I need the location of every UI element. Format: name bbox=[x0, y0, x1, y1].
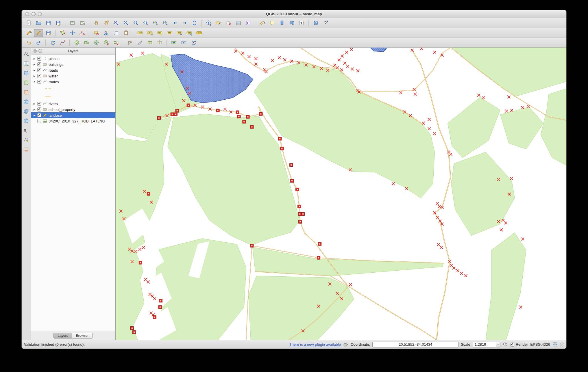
render-checkbox[interactable] bbox=[510, 343, 514, 347]
offset-curve-button[interactable] bbox=[135, 39, 145, 47]
reshape-features-button[interactable] bbox=[125, 39, 135, 47]
identify-features-button[interactable] bbox=[204, 19, 213, 27]
label-settings-button[interactable]: abc bbox=[135, 29, 145, 37]
whats-this-button[interactable] bbox=[321, 19, 330, 27]
text-annotation-button[interactable]: ▾ bbox=[297, 19, 306, 27]
rotate-point-symbols-button[interactable] bbox=[189, 39, 198, 47]
add-part-button[interactable] bbox=[82, 39, 91, 47]
add-spatialite-layer-button[interactable] bbox=[23, 79, 30, 86]
expand-arrow-icon[interactable]: ▶ bbox=[33, 75, 36, 77]
layer-item-buildings[interactable]: ▶buildings bbox=[31, 62, 115, 67]
layer-visibility-checkbox[interactable] bbox=[37, 68, 41, 72]
add-raster-layer-button[interactable] bbox=[23, 60, 30, 67]
label-pin-button[interactable]: abc bbox=[155, 29, 164, 37]
map-canvas[interactable] bbox=[116, 48, 566, 340]
label-rotate-button[interactable]: abc bbox=[184, 29, 194, 37]
dropdown-arrow-icon[interactable]: ▾ bbox=[220, 22, 221, 24]
zoom-last-button[interactable] bbox=[170, 19, 180, 27]
add-wcs-layer-button[interactable] bbox=[23, 108, 30, 115]
label-properties-button[interactable]: abc bbox=[194, 29, 204, 37]
add-ring-button[interactable] bbox=[72, 39, 81, 47]
add-mssql-layer-button[interactable] bbox=[23, 89, 30, 96]
new-project-button[interactable] bbox=[24, 19, 33, 27]
add-delimited-text-layer-button[interactable]: 9, bbox=[23, 127, 30, 134]
layer-label[interactable]: water bbox=[49, 74, 58, 78]
layer-visibility-checkbox[interactable] bbox=[37, 62, 41, 66]
pan-map-button[interactable] bbox=[92, 19, 101, 27]
plugin-icon[interactable] bbox=[343, 342, 348, 347]
layer-visibility-checkbox[interactable] bbox=[37, 102, 41, 106]
move-feature-button[interactable] bbox=[68, 29, 77, 37]
save-project-button[interactable] bbox=[44, 19, 53, 27]
scale-combo[interactable]: 1:2819 ▾ bbox=[473, 342, 500, 347]
new-print-composer-button[interactable] bbox=[68, 19, 77, 27]
field-calculator-button[interactable] bbox=[243, 19, 253, 27]
pan-to-selection-button[interactable] bbox=[101, 19, 111, 27]
merge-attributes-button[interactable] bbox=[179, 39, 188, 47]
dropdown-arrow-icon[interactable]: ▾ bbox=[30, 31, 32, 34]
layer-label[interactable]: rivers bbox=[49, 102, 58, 106]
deselect-features-button[interactable] bbox=[224, 19, 233, 27]
title-bar[interactable]: QGIS 2.0.1-Dufour – basic_map bbox=[22, 10, 566, 18]
zoom-next-button[interactable] bbox=[180, 19, 189, 27]
layer-visibility-checkbox[interactable] bbox=[37, 57, 41, 61]
paste-features-button[interactable] bbox=[121, 29, 130, 37]
layer-visibility-checkbox[interactable] bbox=[37, 113, 41, 117]
layer-item-water[interactable]: ▶water bbox=[31, 73, 115, 79]
add-feature-button[interactable] bbox=[58, 29, 67, 37]
delete-selected-button[interactable] bbox=[92, 29, 101, 37]
add-wfs-layer-button[interactable] bbox=[23, 117, 30, 124]
layer-label[interactable]: places bbox=[49, 57, 60, 61]
map-tips-button[interactable] bbox=[267, 19, 277, 27]
layer-visibility-checkbox[interactable] bbox=[37, 80, 41, 84]
zoom-window-button[interactable] bbox=[38, 12, 42, 16]
layer-item-roads[interactable]: ▶roads bbox=[31, 67, 115, 73]
panel-tab-browser[interactable]: Browser bbox=[72, 333, 93, 338]
refresh-map-button[interactable] bbox=[190, 19, 199, 27]
zoom-to-layer-button[interactable] bbox=[160, 19, 170, 27]
layer-item-places[interactable]: ▶places bbox=[31, 56, 115, 62]
layer-label[interactable]: buildings bbox=[49, 62, 63, 67]
node-tool-button[interactable] bbox=[77, 29, 87, 37]
layer-label[interactable]: 3420C_2010_327_RGB_LATLNG bbox=[49, 119, 105, 123]
simplify-feature-button[interactable] bbox=[58, 39, 67, 47]
label-add-button[interactable]: abc bbox=[145, 29, 154, 37]
layer-label[interactable]: routes bbox=[49, 80, 59, 84]
delete-part-button[interactable] bbox=[111, 39, 121, 47]
undo-button[interactable] bbox=[24, 39, 33, 47]
layer-label[interactable]: school_property bbox=[49, 107, 75, 112]
delete-ring-button[interactable] bbox=[101, 39, 111, 47]
cut-features-button[interactable] bbox=[101, 29, 111, 37]
remove-layer-button[interactable] bbox=[23, 146, 30, 153]
layer-item-rivers[interactable]: ▶rivers bbox=[31, 101, 115, 107]
zoom-native-button[interactable] bbox=[131, 19, 140, 27]
minimize-window-button[interactable] bbox=[32, 12, 36, 16]
resize-grip[interactable] bbox=[560, 343, 564, 347]
new-shapefile-layer-button[interactable] bbox=[23, 136, 30, 143]
layer-item-landuse[interactable]: ▶landuse bbox=[31, 112, 115, 118]
zoom-out-button[interactable] bbox=[121, 19, 130, 27]
split-parts-button[interactable] bbox=[155, 39, 164, 47]
save-layer-edits-button[interactable] bbox=[44, 29, 53, 37]
expand-arrow-icon[interactable]: ▶ bbox=[33, 57, 36, 60]
plugin-link[interactable]: There is a new plugin available bbox=[289, 342, 341, 347]
copy-features-button[interactable] bbox=[111, 29, 121, 37]
label-move-button[interactable]: abc bbox=[175, 29, 184, 37]
close-window-button[interactable] bbox=[25, 12, 29, 16]
label-show-hide-button[interactable]: abc bbox=[165, 29, 174, 37]
layer-item-school_property[interactable]: ▶school_property bbox=[31, 107, 115, 112]
measure-button[interactable]: ▾ bbox=[258, 19, 267, 27]
crs-status-icon[interactable] bbox=[552, 342, 558, 347]
select-features-button[interactable]: ▾ bbox=[214, 19, 223, 27]
dropdown-arrow-icon[interactable]: ▾ bbox=[264, 22, 265, 24]
split-features-button[interactable] bbox=[145, 39, 154, 47]
current-edits-button[interactable]: ▾ bbox=[24, 29, 33, 37]
layer-item-3420C_2010_327_RGB_LATLNG[interactable]: 3420C_2010_327_RGB_LATLNG bbox=[31, 118, 115, 124]
dropdown-arrow-icon[interactable]: ▾ bbox=[303, 22, 304, 24]
coordinate-input[interactable] bbox=[372, 342, 458, 347]
toggle-editing-button[interactable] bbox=[34, 29, 43, 37]
panel-tab-layers[interactable]: Layers bbox=[53, 333, 72, 338]
rotate-feature-button[interactable] bbox=[48, 39, 57, 47]
expand-arrow-icon[interactable]: ▶ bbox=[33, 103, 36, 105]
layers-panel-header[interactable]: ✕ ▫ Layers bbox=[31, 48, 115, 55]
